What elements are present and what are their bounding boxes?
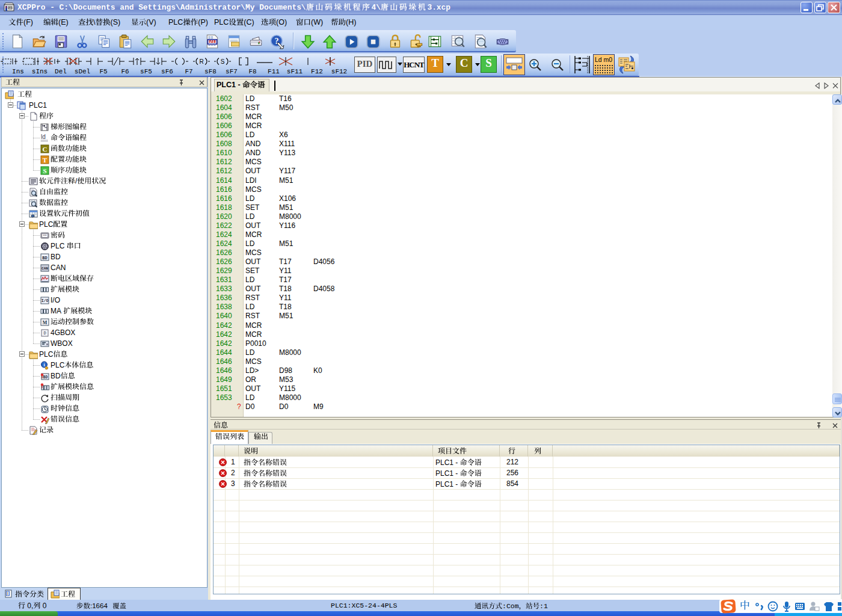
svg-text:ld: ld: [41, 134, 46, 140]
svg-text:4\: 4\: [372, 3, 381, 12]
svg-text:I: I: [7, 591, 8, 596]
svg-text:PLC: PLC: [51, 242, 67, 250]
svg-text:PLC: PLC: [214, 18, 229, 26]
svg-text:(F): (F): [23, 18, 33, 26]
svg-text:(P): (P): [198, 18, 208, 26]
svg-text:BD: BD: [43, 375, 48, 380]
svg-text::1664: :1664: [90, 602, 108, 609]
svg-text:(S): (S): [111, 18, 121, 26]
svg-text:(O): (O): [276, 18, 287, 26]
svg-text:D: D: [43, 331, 46, 336]
svg-text:PLC1 -: PLC1 -: [217, 81, 242, 89]
svg-text:PLC: PLC: [51, 361, 65, 369]
svg-text:T: T: [43, 156, 48, 164]
svg-text:S: S: [221, 58, 225, 65]
svg-text:(C): (C): [244, 18, 254, 26]
svg-text:PLC1 -: PLC1 -: [435, 480, 460, 488]
svg-text:S: S: [43, 167, 46, 174]
svg-text:i: i: [43, 362, 45, 368]
svg-text:R: R: [199, 58, 203, 65]
svg-text:(E): (E): [58, 18, 69, 26]
svg-text::Com: :Com: [502, 602, 519, 610]
svg-text:3.xcp: 3.xcp: [427, 3, 450, 12]
svg-text:***: ***: [43, 234, 47, 238]
svg-text:/: /: [75, 177, 78, 185]
svg-text:PLC: PLC: [168, 18, 183, 26]
svg-text:MA: MA: [51, 307, 63, 315]
svg-text:0,: 0,: [25, 602, 33, 610]
svg-text:BD: BD: [51, 372, 61, 380]
svg-text:PLC1 -: PLC1 -: [435, 469, 460, 478]
svg-text:CAN: CAN: [41, 266, 48, 271]
svg-text:PLC1 -: PLC1 -: [435, 458, 460, 467]
svg-text:C: C: [43, 146, 48, 153]
svg-text:PLC: PLC: [39, 350, 54, 359]
svg-text:(V): (V): [146, 18, 156, 26]
svg-text:\: \: [93, 18, 96, 26]
svg-text:BD: BD: [42, 256, 47, 260]
svg-text:XCPPro - C:\Documents and Sett: XCPPro - C:\Documents and Settings\Admin…: [17, 3, 306, 12]
svg-text:(W): (W): [311, 18, 323, 26]
svg-text:I/O: I/O: [41, 299, 49, 303]
svg-text::1: :1: [539, 602, 548, 610]
svg-text:(H): (H): [346, 18, 356, 26]
svg-text:M: M: [43, 320, 48, 325]
svg-text:0: 0: [40, 602, 46, 610]
svg-text:PLC: PLC: [39, 220, 54, 229]
